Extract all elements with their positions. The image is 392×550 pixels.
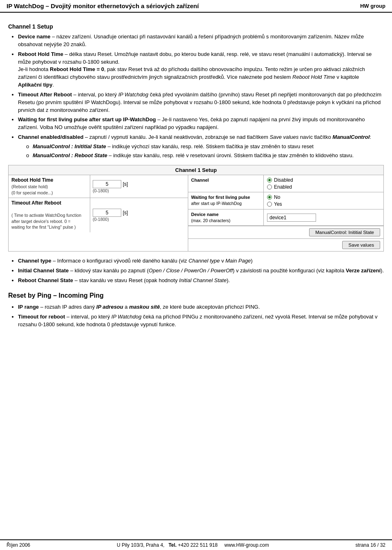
- footer-address: U Pily 103/3, Praha 4,: [117, 542, 165, 548]
- waiting-radio-no[interactable]: No: [267, 194, 380, 200]
- cs-right-panel: Channel Disabled Enabled: [188, 175, 383, 251]
- cs-input-group-reboot-hold[interactable]: [s] (0-1800): [90, 175, 188, 198]
- bullet-device-name-bold: Device name: [18, 33, 51, 40]
- page-header: IP WatchDog – Dvojitý monitor ethernetov…: [0, 0, 392, 13]
- cs-label-tar-sub3: waiting for the first "Living" pulse ): [11, 225, 76, 229]
- bullet-initial-channel-state: Initial Channel State – klidový stav kan…: [18, 267, 384, 275]
- waiting-radio-yes-circle[interactable]: [267, 202, 272, 207]
- cs-label-tar-sub2: after target device's reboot. 0 =: [11, 219, 71, 224]
- cs-right-row-devicename: Device name (max. 20 characters): [188, 209, 383, 226]
- channel-radio-enabled-circle[interactable]: [267, 185, 272, 189]
- bullet-device-name-text: – název zařízení. Usnaďuje orientaci při…: [18, 33, 364, 47]
- bullet-tar-text: – interval, po který IP Watchdog čeká př…: [18, 91, 381, 113]
- bullet-device-name: Device name – název zařízení. Usnaďuje o…: [18, 33, 384, 49]
- main-bullets: Device name – název zařízení. Usnaďuje o…: [18, 33, 384, 159]
- sub-initial-state-text: ManualControl : Inititial State: [33, 143, 106, 149]
- brand-label: HW group: [360, 3, 385, 9]
- reboot-hold-unit: [s]: [123, 181, 128, 187]
- waiting-radio-no-label: No: [274, 194, 280, 200]
- manual-control-button[interactable]: ManualControl: Inititial State: [309, 228, 380, 236]
- ct-italic2: Main Page: [225, 258, 251, 264]
- channel1-heading: Channel 1 Setup: [8, 23, 384, 30]
- ics-bold2: Verze zařízení: [346, 267, 381, 274]
- cs-input-group-tar[interactable]: [s] (0-1800): [90, 198, 188, 232]
- timeout-reboot-input[interactable]: [93, 209, 121, 217]
- cs-label-reboot-hold-sub2: (0 for special mode...): [11, 190, 53, 195]
- sub-bullet-initial-state: ManualControl : Inititial State – indiku…: [26, 143, 384, 150]
- bullet-ct-text: – Informace o konfiguraci vývodů relé da…: [53, 258, 252, 264]
- cs-right-value-waiting: No Yes: [264, 192, 383, 209]
- reboot-apptipy: Aplikační tipy: [18, 82, 53, 88]
- waiting-radio-group: No Yes: [267, 194, 380, 207]
- bullet-timeout-reboot: Timeout for reboot – interval, po který …: [18, 313, 384, 329]
- reboot-hold-range: (0-1800): [93, 188, 128, 193]
- page-title: IP WatchDog – Dvojitý monitor ethernetov…: [7, 2, 199, 9]
- ct-italic: Channel type: [189, 258, 220, 264]
- bullet-reboot-hold-time-bold: Reboot Hold Time: [18, 51, 63, 57]
- bullet-ipr-text: – rozsah IP adres daný IP adresou a mask…: [40, 304, 260, 310]
- reboot-bold-inline: Reboot Hold Time = 0: [50, 66, 104, 72]
- bullet-ce-text: – zapnutí / vypnutí kanálu. Je-li kanál …: [85, 134, 371, 140]
- cs-label-reboot-hold-bold: Reboot Hold Time: [11, 177, 87, 184]
- sub-bullet-reboot-state: ManualControl : Reboot State – indikuje …: [26, 152, 384, 159]
- cs-right-label-waiting: Waiting for first living pulse after sta…: [188, 192, 264, 209]
- save-values-button[interactable]: Save values: [342, 241, 380, 249]
- cs-right-label-waiting-sub: after start up IP-WatchDog: [191, 201, 242, 206]
- footer-phone: +420 222 511 918: [178, 542, 218, 548]
- reboot-italic: Reboot Hold Time: [292, 74, 335, 80]
- cs-right-label-devicename-sub: (max. 20 characters): [191, 218, 230, 223]
- channel-setup-body: Reboot Hold Time (Reboot state hold) (0 …: [9, 175, 383, 251]
- waiting-radio-yes[interactable]: Yes: [267, 201, 380, 207]
- cs-input-group-tar-inner: [s] (0-1800): [93, 209, 128, 222]
- cs-right-value-channel: Disabled Enabled: [264, 175, 383, 192]
- bullet-wp-bold: Waiting for first living pulse after sta…: [18, 116, 156, 122]
- bullet-ce-bold: Channel enabled/disabled: [18, 134, 83, 140]
- bullet-tr-bold: Timeout for reboot: [18, 314, 65, 320]
- bullet-channel-type: Channel type – Informace o konfiguraci v…: [18, 257, 384, 265]
- footer-web: www.HW-group.com: [225, 542, 269, 548]
- reset-section-heading: Reset by Ping – Incoming Ping: [8, 292, 384, 299]
- channel-radio-enabled-label: Enabled: [274, 184, 292, 190]
- sub-bullets-channel: ManualControl : Inititial State – indiku…: [26, 143, 384, 159]
- channel-setup-box: Channel 1 Setup Reboot Hold Time (Reboot…: [8, 165, 384, 252]
- channel-radio-group: Disabled Enabled: [267, 177, 380, 190]
- bullet-waiting-pulse: Waiting for first living pulse after sta…: [18, 116, 384, 131]
- footer-left: Říjen 2006: [7, 542, 30, 548]
- cs-save-area: Save values: [188, 238, 383, 251]
- channel-radio-disabled[interactable]: Disabled: [267, 177, 380, 183]
- timeout-reboot-range: (0-1800): [93, 217, 128, 222]
- cs-right-row-waiting: Waiting for first living pulse after sta…: [188, 192, 383, 209]
- bullet-tar-bold: Timeout After Reboot: [18, 91, 72, 98]
- cs-right-label-devicename: Device name (max. 20 characters): [188, 209, 264, 225]
- cs-label-tar-sub1: ( Time to activate WatchDog function: [11, 213, 81, 218]
- rcs-italic: Initial Channel State: [179, 277, 227, 283]
- waiting-radio-yes-label: Yes: [274, 201, 282, 207]
- bullet-reboot-hold-time: Reboot Hold Time – délka stavu Reset. Um…: [18, 51, 384, 89]
- footer-phone-label: Tel.: [169, 542, 177, 548]
- bullet-rcs-text: – stav kanálu ve stavu Reset (opak hodno…: [75, 277, 230, 283]
- sub-reboot-state-text: ManualControl : Reboot State: [33, 152, 107, 158]
- bullet-tr-text: – interval, po který IP Watchdog čeká na…: [18, 314, 378, 327]
- bullet-timeout-after-reboot: Timeout After Reboot – interval, po kter…: [18, 91, 384, 114]
- channel-radio-disabled-label: Disabled: [274, 177, 293, 183]
- bullet-reboot-hold-time-text: – délka stavu Reset. Umožňuje nastavit d…: [18, 51, 372, 65]
- channel-radio-enabled[interactable]: Enabled: [267, 184, 380, 190]
- ce-italic: Save values: [270, 134, 298, 140]
- reset-bullets: IP range – rozsah IP adres daný IP adres…: [18, 303, 384, 329]
- reboot-hold-input[interactable]: [93, 180, 121, 188]
- sub-reboot-state-rest: – indikuje stav kanálu, resp. relé v res…: [109, 152, 354, 158]
- cs-left-panel: Reboot Hold Time (Reboot state hold) (0 …: [9, 175, 188, 251]
- device-name-input[interactable]: [267, 214, 316, 222]
- cs-right-row-channel: Channel Disabled Enabled: [188, 175, 383, 192]
- cs-right-value-devicename[interactable]: [264, 209, 383, 225]
- bullet-rcs-bold: Reboot Channel State: [18, 277, 73, 283]
- waiting-radio-no-circle[interactable]: [267, 195, 272, 200]
- bullets-after-box: Channel type – Informace o konfiguraci v…: [18, 257, 384, 285]
- bullet-ct-bold: Channel type: [18, 258, 51, 264]
- bullet-ip-range: IP range – rozsah IP adres daný IP adres…: [18, 303, 384, 311]
- channel-setup-box-title: Channel 1 Setup: [9, 165, 383, 175]
- cs-row-timeout-reboot: Timeout After Reboot ( Time to activate …: [9, 198, 188, 232]
- page-footer: Říjen 2006 U Pily 103/3, Praha 4, Tel. +…: [0, 539, 392, 550]
- channel-radio-disabled-circle[interactable]: [267, 178, 272, 183]
- bullet-ics-bold: Initial Channel State: [18, 267, 69, 274]
